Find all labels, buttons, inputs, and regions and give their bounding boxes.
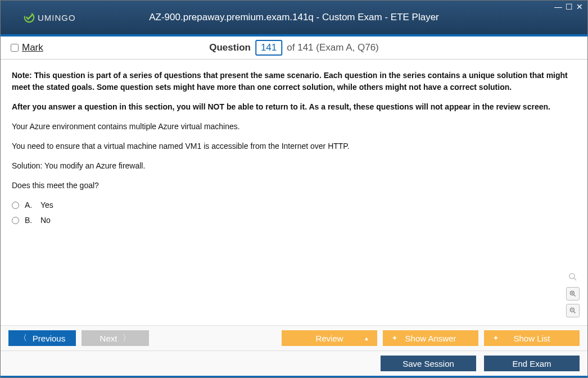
save-session-button[interactable]: Save Session <box>381 356 476 371</box>
next-label: Next <box>100 334 117 343</box>
mark-label: Mark <box>22 42 43 53</box>
chevron-left-icon: 〈 <box>19 333 27 343</box>
scenario-line-1: Your Azure environment contains multiple… <box>12 121 576 133</box>
maximize-icon[interactable]: ☐ <box>566 3 573 11</box>
search-icon[interactable] <box>566 270 580 284</box>
question-content: Note: This question is part of a series … <box>1 60 587 325</box>
app-logo: UMINGO <box>23 11 76 24</box>
question-header: Mark Question 141 of 141 (Exam A, Q76) <box>1 37 587 60</box>
option-a[interactable]: A. Yes <box>12 199 576 211</box>
session-footer: Save Session End Exam <box>1 350 587 376</box>
svg-line-4 <box>574 295 576 297</box>
note-paragraph-2: After you answer a question in this sect… <box>12 101 576 113</box>
current-question-number: 141 <box>255 40 282 56</box>
window-controls: — ☐ ✕ <box>554 3 583 11</box>
answer-options: A. Yes B. No <box>12 199 576 226</box>
option-a-radio[interactable] <box>12 202 19 209</box>
zoom-out-icon[interactable] <box>566 304 580 317</box>
scenario-line-3: Solution: You modify an Azure firewall. <box>12 160 576 172</box>
scenario-line-2: You need to ensure that a virtual machin… <box>12 140 576 152</box>
question-word: Question <box>209 42 251 53</box>
show-answer-button[interactable]: ✦ Show Answer <box>383 330 478 346</box>
chevron-right-icon: 〉 <box>123 333 130 343</box>
question-total: of 141 (Exam A, Q76) <box>287 42 378 53</box>
zoom-toolbar <box>566 270 580 317</box>
option-b-letter: B. <box>25 215 35 226</box>
review-button[interactable]: Review ▲ <box>282 330 377 346</box>
previous-label: Previous <box>33 334 65 343</box>
review-label: Review <box>315 334 343 343</box>
option-a-letter: A. <box>25 199 35 211</box>
next-button[interactable]: Next 〉 <box>82 330 149 346</box>
checkmark-logo-icon <box>23 11 35 24</box>
list-icon: ✦ <box>493 334 499 342</box>
option-b-radio[interactable] <box>12 217 19 224</box>
titlebar: UMINGO AZ-900.prepaway.premium.exam.141q… <box>1 1 587 34</box>
minimize-icon[interactable]: — <box>554 3 562 11</box>
previous-button[interactable]: 〈 Previous <box>8 330 76 346</box>
triangle-up-icon: ▲ <box>364 335 369 341</box>
svg-point-1 <box>569 274 575 279</box>
show-answer-label: Show Answer <box>405 334 456 343</box>
end-exam-button[interactable]: End Exam <box>484 356 580 371</box>
svg-line-2 <box>574 278 576 280</box>
scenario-line-4: Does this meet the goal? <box>12 180 576 192</box>
option-b-text: No <box>40 215 51 226</box>
question-number-display: Question 141 of 141 (Exam A, Q76) <box>209 40 379 56</box>
note-paragraph-1: Note: This question is part of a series … <box>12 70 576 93</box>
mark-checkbox-wrap[interactable]: Mark <box>11 42 43 53</box>
close-icon[interactable]: ✕ <box>576 3 583 11</box>
option-a-text: Yes <box>40 199 53 211</box>
svg-line-8 <box>574 312 576 313</box>
save-session-label: Save Session <box>402 359 454 368</box>
puzzle-icon: ✦ <box>392 334 397 342</box>
option-b[interactable]: B. No <box>12 215 576 226</box>
show-list-button[interactable]: ✦ Show List <box>484 330 580 346</box>
window-title: AZ-900.prepaway.premium.exam.141q - Cust… <box>149 12 439 23</box>
bottom-accent-strip <box>1 376 587 377</box>
end-exam-label: End Exam <box>512 359 551 368</box>
logo-text: UMINGO <box>38 13 76 22</box>
show-list-label: Show List <box>513 334 550 343</box>
mark-checkbox[interactable] <box>11 44 19 52</box>
navigation-footer: 〈 Previous Next 〉 Review ▲ ✦ Show Answer… <box>1 325 587 350</box>
zoom-in-icon[interactable] <box>566 287 580 300</box>
